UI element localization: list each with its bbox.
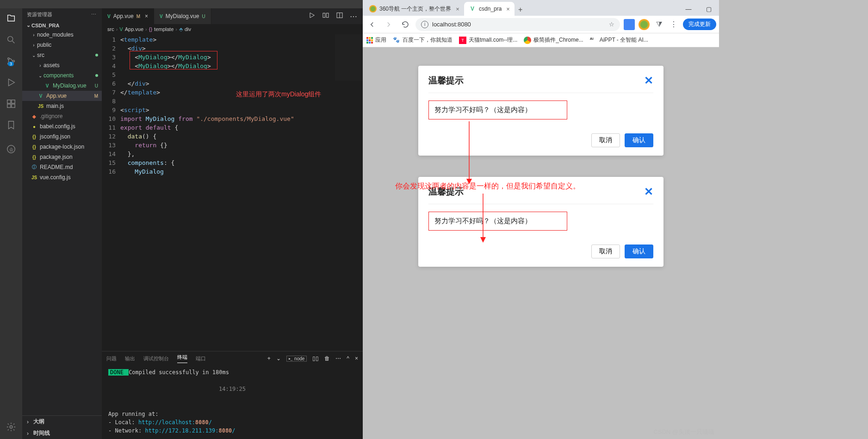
cancel-button[interactable]: 取消 bbox=[591, 245, 620, 258]
folder-public[interactable]: ›public bbox=[22, 40, 102, 50]
browser-tab-csdn[interactable]: V csdn_pra × bbox=[464, 2, 515, 16]
editor-area: V App.vue M × V MyDialog.vue U ⋯ bbox=[102, 8, 363, 439]
close-icon[interactable]: × bbox=[145, 13, 148, 19]
file-gitignore[interactable]: ◆.gitignore bbox=[22, 111, 102, 121]
folder-src[interactable]: ⌄src bbox=[22, 50, 102, 60]
run-icon[interactable] bbox=[308, 12, 316, 21]
minimize-icon[interactable]: — bbox=[678, 2, 699, 16]
close-icon[interactable]: ✕ bbox=[644, 185, 653, 198]
close-panel-icon[interactable]: × bbox=[355, 355, 358, 362]
tab-problems[interactable]: 问题 bbox=[106, 355, 117, 362]
browser-tab-360[interactable]: 360导航 一个主页，整个世界 × bbox=[365, 2, 464, 16]
tab-mydialog-vue[interactable]: V MyDialog.vue U bbox=[154, 8, 211, 24]
ext-translate-icon[interactable] bbox=[624, 19, 635, 30]
code-content[interactable]: <template> <div> <MyDialog></MyDialog> <… bbox=[120, 34, 363, 351]
more-icon[interactable]: ⋯ bbox=[335, 355, 341, 362]
address-bar[interactable]: i localhost:8080 ☆ bbox=[415, 18, 620, 31]
run-icon[interactable] bbox=[6, 77, 17, 88]
file-package-lock[interactable]: {}package-lock.json bbox=[22, 142, 102, 152]
menu-icon[interactable]: ⋮ bbox=[668, 19, 679, 30]
vscode-titlebar bbox=[0, 0, 363, 8]
bookmarks-bar: 应用 🐾百度一下，你就知道 T天猫tmall.com--理... 极简插件_Ch… bbox=[363, 33, 719, 47]
bookmark-star-icon[interactable]: ☆ bbox=[609, 21, 614, 28]
account-circle-icon[interactable]: 会 bbox=[6, 144, 17, 155]
tab-output[interactable]: 输出 bbox=[125, 355, 135, 362]
file-readme[interactable]: ⓘREADME.md bbox=[22, 162, 102, 172]
folder-components[interactable]: ⌄components bbox=[22, 70, 102, 81]
extensions-icon[interactable] bbox=[6, 98, 17, 109]
close-icon[interactable]: × bbox=[456, 6, 459, 13]
file-mydialog-vue[interactable]: VMyDialog.vueU bbox=[22, 81, 102, 91]
minimap[interactable] bbox=[335, 34, 363, 81]
terminal-output[interactable]: DONE Compiled successfully in 180ms 14:1… bbox=[102, 365, 363, 439]
more-icon[interactable]: ⋯ bbox=[350, 12, 357, 21]
trash-icon[interactable]: 🗑 bbox=[324, 355, 330, 362]
ext-360-icon[interactable] bbox=[639, 19, 650, 30]
tab-debug-console[interactable]: 调试控制台 bbox=[143, 355, 169, 362]
file-package-json[interactable]: {}package.json bbox=[22, 152, 102, 162]
breadcrumb[interactable]: src› VApp.vue› {}template› ⬘div bbox=[102, 24, 363, 34]
crumb-template[interactable]: {}template bbox=[149, 26, 174, 32]
split-terminal-icon[interactable]: ▯▯ bbox=[312, 355, 319, 362]
compare-icon[interactable] bbox=[322, 12, 329, 21]
site-info-icon[interactable]: i bbox=[421, 21, 428, 28]
line-gutter: 12345678910111213141516 bbox=[102, 34, 120, 351]
explorer-more-icon[interactable]: ⋯ bbox=[91, 12, 97, 18]
terminal-selector[interactable]: ▸_node bbox=[286, 356, 307, 362]
folder-assets[interactable]: ›assets bbox=[22, 60, 102, 70]
settings-gear-icon[interactable] bbox=[6, 421, 17, 433]
outline-section[interactable]: ›大纲 bbox=[22, 416, 102, 427]
tab-app-vue[interactable]: V App.vue M × bbox=[102, 8, 154, 24]
crumb-div[interactable]: ⬘div bbox=[179, 26, 191, 32]
file-vue-config[interactable]: JSvue.config.js bbox=[22, 172, 102, 182]
dialog-title: 温馨提示 bbox=[428, 75, 464, 87]
scm-icon[interactable]: 3 bbox=[6, 56, 17, 67]
project-row[interactable]: ⌄ CSDN_PRA bbox=[22, 21, 102, 30]
editor-actions: ⋯ bbox=[308, 8, 363, 24]
forward-button[interactable] bbox=[382, 18, 395, 31]
dialog-body: 努力学习不好吗？（这是内容） bbox=[428, 93, 653, 133]
file-app-vue[interactable]: VApp.vueM bbox=[22, 91, 102, 101]
file-jsconfig[interactable]: {}jsconfig.json bbox=[22, 132, 102, 142]
dialog-footer: 取消 确认 bbox=[428, 133, 653, 147]
bookmark-icon[interactable] bbox=[6, 119, 17, 131]
modified-dot-icon bbox=[95, 54, 98, 56]
maximize-icon[interactable]: ▢ bbox=[699, 2, 719, 16]
tab-terminal[interactable]: 终端 bbox=[177, 354, 187, 363]
bookmark-baidu[interactable]: 🐾百度一下，你就知道 bbox=[393, 36, 453, 44]
folder-node-modules[interactable]: ›node_modules bbox=[22, 30, 102, 40]
svg-rect-4 bbox=[7, 100, 11, 103]
svg-rect-5 bbox=[12, 100, 15, 103]
code-editor[interactable]: 12345678910111213141516 <template> <div>… bbox=[102, 34, 363, 351]
explorer-icon[interactable] bbox=[6, 13, 17, 24]
split-icon[interactable] bbox=[336, 12, 343, 21]
cancel-button[interactable]: 取消 bbox=[591, 133, 620, 147]
dialog-content: 努力学习不好吗？（这是内容） bbox=[428, 100, 567, 119]
terminal-dropdown-icon[interactable]: ⌄ bbox=[276, 355, 281, 362]
close-icon[interactable]: × bbox=[506, 6, 510, 13]
confirm-button[interactable]: 确认 bbox=[625, 245, 653, 258]
reload-button[interactable] bbox=[399, 18, 412, 31]
update-button[interactable]: 完成更新 bbox=[683, 19, 716, 30]
annotation-callout: 你会发现这两者的内容是一样的，但是我们希望自定义。 bbox=[395, 182, 580, 191]
bookmark-chrome-ext[interactable]: 极简插件_Chrome... bbox=[524, 36, 583, 44]
bookmark-aippt[interactable]: AiAiPPT - 全智能 AI... bbox=[590, 36, 648, 44]
crumb-app[interactable]: VApp.vue bbox=[119, 26, 143, 32]
new-tab-button[interactable]: + bbox=[515, 4, 526, 16]
crumb-src[interactable]: src bbox=[107, 26, 114, 32]
bookmark-tmall[interactable]: T天猫tmall.com--理... bbox=[459, 36, 517, 44]
confirm-button[interactable]: 确认 bbox=[625, 133, 653, 147]
apps-shortcut[interactable]: 应用 bbox=[366, 36, 386, 44]
search-icon[interactable] bbox=[6, 34, 17, 45]
back-button[interactable] bbox=[366, 18, 378, 31]
overflow-pane bbox=[719, 0, 868, 439]
file-babel-config[interactable]: ●babel.config.js bbox=[22, 121, 102, 132]
timeline-section[interactable]: ›时间线 bbox=[22, 427, 102, 439]
extensions-icon[interactable]: ⧩ bbox=[653, 19, 664, 30]
maximize-icon[interactable]: ^ bbox=[347, 355, 349, 362]
close-icon[interactable]: ✕ bbox=[644, 74, 653, 87]
new-terminal-icon[interactable]: + bbox=[267, 355, 271, 362]
file-tree: ›node_modules ›public ⌄src ›assets ⌄comp… bbox=[22, 30, 102, 415]
tab-ports[interactable]: 端口 bbox=[196, 355, 206, 362]
file-main-js[interactable]: JSmain.js bbox=[22, 101, 102, 111]
